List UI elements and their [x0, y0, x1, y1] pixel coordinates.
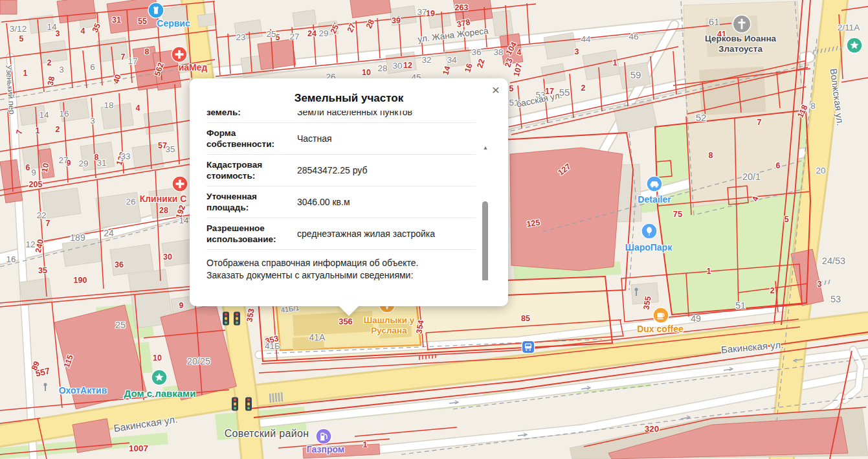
parcel-number[interactable]: 28 — [159, 206, 168, 215]
star-icon — [846, 37, 863, 54]
parcel-number[interactable]: 10 — [362, 68, 371, 77]
poi-label-shashlyki[interactable]: Шашлыки у — [364, 315, 415, 325]
parcel-number[interactable]: 24 — [307, 29, 317, 38]
parcel-number[interactable]: 10 — [153, 353, 162, 363]
address-number: 31 — [96, 158, 106, 168]
poi-label-dom-s-lavkami[interactable]: Дом с лавками — [124, 388, 196, 399]
address-number: 41А — [309, 332, 326, 342]
parcel-number[interactable]: 2 — [770, 285, 774, 295]
address-number: 29 — [78, 159, 88, 168]
poi-servis[interactable] — [148, 2, 164, 19]
parcel-number[interactable]: 5 — [19, 34, 24, 43]
row-label: земель: — [206, 111, 292, 118]
parcel-number[interactable]: 6 — [776, 161, 781, 170]
poi-detailer[interactable] — [646, 175, 663, 192]
poi-label-diamed[interactable]: иаМед — [179, 62, 208, 73]
parcel-number[interactable]: 4 — [517, 48, 522, 57]
parcel-number[interactable]: 55 — [138, 17, 147, 26]
poi-gazprom[interactable] — [315, 428, 332, 445]
address-number: 24/53 — [822, 256, 845, 266]
parcel-number[interactable]: 85 — [521, 314, 530, 323]
poi-sharopark[interactable] — [641, 223, 658, 240]
parcel-number[interactable]: 8 — [709, 151, 713, 160]
parcel-number[interactable]: 2 — [581, 84, 586, 93]
parcel-number[interactable]: 36 — [115, 260, 124, 269]
medical-cross-icon — [172, 175, 188, 192]
address-number: 32 — [421, 55, 431, 65]
poi-label-gazprom[interactable]: Газпром — [307, 444, 344, 454]
poi-label-servis[interactable]: Сервис — [157, 18, 190, 28]
info-row: Уточненная площадь:3046.00 кв.м — [206, 186, 476, 218]
parcel-number[interactable]: 3 — [818, 280, 822, 289]
poi-label-kliniki[interactable]: Клиники С — [140, 194, 187, 204]
poi-label-ohotaktiv[interactable]: ОхотАктив — [59, 385, 107, 396]
poi-bus-stop[interactable] — [521, 340, 538, 357]
parcel-number[interactable]: 125 — [526, 218, 541, 229]
parcel-number[interactable]: 1 — [36, 126, 40, 135]
parcel-number[interactable]: 7 — [121, 52, 126, 62]
parcel-number[interactable]: 12 — [403, 61, 412, 70]
parcel-number[interactable]: 190 — [74, 276, 87, 285]
poi-diamed[interactable] — [171, 46, 188, 63]
address-number: 6 — [90, 62, 95, 72]
parcel-number[interactable]: 263 — [455, 3, 469, 12]
row-value: 28543472.25 руб — [292, 159, 476, 181]
address-number: 14 — [179, 216, 188, 225]
row-value: среднеэтажная жилая застройка — [292, 223, 476, 245]
parcel-number[interactable]: 356 — [339, 317, 353, 326]
parcel-number[interactable]: 7 — [46, 219, 50, 228]
parcel-number[interactable]: 10 — [40, 162, 51, 174]
shirt-icon — [148, 2, 164, 19]
parcel-number[interactable]: 1 — [613, 58, 618, 67]
parcel-number[interactable]: 8 — [145, 47, 150, 56]
parcel-number[interactable]: 1007 — [129, 443, 148, 453]
poi-label-dux-coffee[interactable]: Dux coffee — [637, 324, 684, 334]
parcel-number[interactable]: 7 — [757, 118, 762, 127]
parcel-number[interactable]: 2 — [47, 58, 52, 67]
parcel-number[interactable]: 31 — [112, 16, 121, 25]
parcel-number[interactable]: 38 — [46, 76, 57, 87]
parcel-number[interactable]: 3 — [575, 47, 579, 56]
poi-label-church[interactable]: Церковь Иоанна — [705, 34, 776, 43]
parcel-number[interactable]: 75 — [673, 209, 682, 219]
poi-star-poi[interactable] — [846, 37, 863, 54]
parcel-number[interactable]: 35 — [38, 266, 47, 275]
parcel-number[interactable]: 5 — [276, 33, 280, 42]
parcel-number[interactable]: 9 — [179, 301, 184, 310]
poi-dux-coffee[interactable] — [652, 307, 669, 324]
parcel-number[interactable]: 6 — [26, 163, 30, 172]
poi-label-detailer[interactable]: Detailer — [638, 194, 671, 205]
poi-label-shashlyki[interactable]: Руслана — [371, 326, 406, 335]
parcel-number[interactable]: 5 — [784, 214, 788, 224]
scroll-up-icon[interactable]: ▲ — [482, 144, 489, 151]
parcel-number[interactable]: 1 — [706, 266, 711, 276]
parcel-number[interactable]: 5 — [509, 84, 514, 93]
parcel-number[interactable]: 4 — [136, 104, 140, 113]
scroll-thumb[interactable] — [482, 201, 488, 280]
parcel-number[interactable]: 4 — [81, 27, 85, 36]
close-icon[interactable]: × — [492, 84, 500, 96]
poi-kliniki[interactable] — [172, 175, 188, 192]
map-viewport[interactable]: 5343531551238785624052425272839192633781… — [0, 0, 868, 459]
poi-church[interactable] — [732, 14, 749, 31]
address-number: 8 — [810, 101, 816, 111]
info-row: Разрешенное использование:среднеэтажная … — [206, 218, 476, 250]
address-number: 2/11А — [838, 23, 860, 32]
parcel-number[interactable]: 1 — [363, 440, 368, 449]
address-number: 18 — [104, 100, 113, 110]
parcel-number[interactable]: 2 — [56, 125, 60, 134]
parcel-number[interactable]: 320 — [645, 424, 660, 434]
poi-label-church[interactable]: Златоуста — [718, 44, 762, 54]
parcel-number[interactable]: 205 — [29, 180, 43, 189]
row-value: Земли населенных пунктов — [292, 111, 476, 118]
medical-cross-icon — [171, 46, 188, 63]
poi-dom-s-lavkami[interactable] — [151, 369, 168, 386]
address-number: 53 — [830, 294, 841, 304]
parcel-number[interactable]: 30 — [163, 252, 172, 262]
parcel-number[interactable]: 39 — [392, 16, 401, 25]
parcel-number[interactable]: 1 — [23, 69, 28, 78]
poi-label-sharopark[interactable]: ШароПарк — [625, 242, 672, 252]
address-number: 3/12 — [10, 24, 27, 34]
popup-scrollbar[interactable]: ▲ ▼ — [481, 144, 490, 280]
parcel-number[interactable]: 19 — [426, 9, 435, 18]
